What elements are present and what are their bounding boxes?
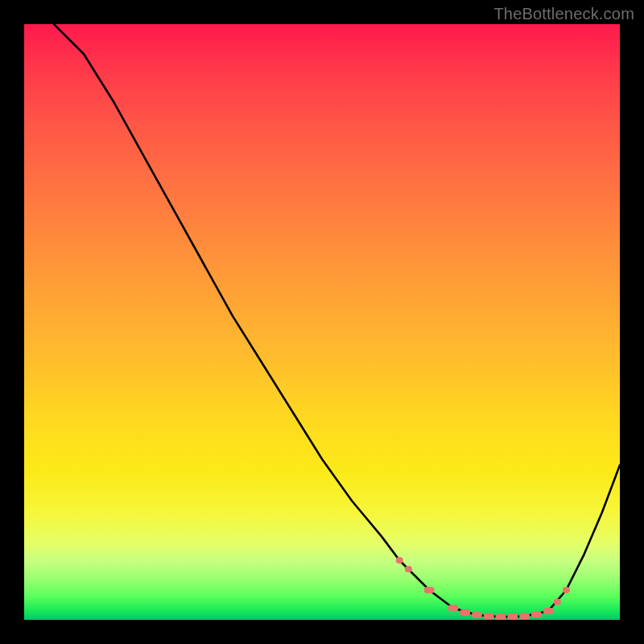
valley-marker xyxy=(519,613,530,620)
valley-marker xyxy=(424,587,435,593)
valley-marker xyxy=(472,612,482,618)
valley-marker xyxy=(496,613,506,620)
bottleneck-curve xyxy=(54,24,620,617)
chart-frame: TheBottleneck.com xyxy=(0,0,644,644)
valley-markers xyxy=(396,557,570,620)
valley-marker xyxy=(460,609,470,616)
curve-layer xyxy=(24,24,620,620)
valley-marker xyxy=(448,605,458,611)
valley-marker xyxy=(554,599,561,605)
valley-marker xyxy=(531,611,542,617)
valley-marker xyxy=(405,566,412,572)
valley-marker xyxy=(507,613,518,620)
watermark-label: TheBottleneck.com xyxy=(493,5,634,23)
valley-marker xyxy=(396,557,403,564)
valley-marker xyxy=(484,613,494,620)
plot-area xyxy=(24,24,620,620)
valley-marker xyxy=(543,608,554,614)
valley-marker xyxy=(563,587,570,593)
